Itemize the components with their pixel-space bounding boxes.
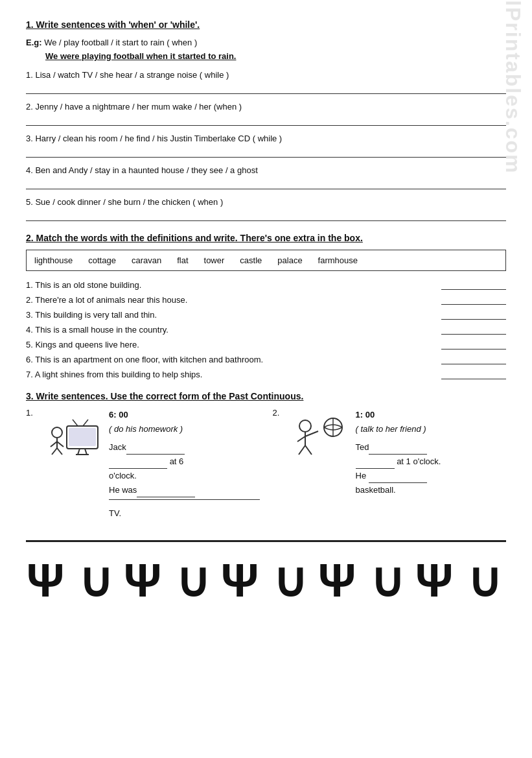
- footer-decoration: .cactus { font-size: 72px; font-weight: …: [26, 540, 506, 605]
- s3-content-2: 1: 00 ( talk to her friend ) Ted at 1 o'…: [356, 408, 507, 498]
- s3-time-1: 6: 00: [109, 408, 260, 422]
- s3-name-1: Jack: [109, 442, 126, 452]
- s2-item-7: 7. A light shines from this building to …: [26, 370, 506, 379]
- svg-line-3: [85, 449, 87, 455]
- s3-image-1: [44, 408, 102, 468]
- s1-item-4: 4. Ben and Andy / stay in a haunted hous…: [26, 165, 506, 189]
- s2-blank-7[interactable]: [441, 379, 506, 379]
- svg-point-7: [52, 427, 62, 438]
- svg-rect-1: [69, 428, 96, 446]
- svg-text:∪: ∪: [176, 554, 210, 603]
- word-castle: castle: [240, 255, 262, 265]
- s3-text-2b: at 1 o'clock.: [397, 456, 441, 466]
- example-block: E.g: We / play football / it start to ra…: [26, 36, 506, 64]
- svg-line-19: [299, 445, 305, 455]
- s1-answer-4[interactable]: [26, 178, 506, 189]
- s3-text-1b: at 6: [170, 456, 184, 466]
- s2-blank-3[interactable]: [441, 319, 506, 320]
- eg-answer: We were playing football when it started…: [45, 50, 506, 64]
- svg-line-17: [297, 436, 305, 442]
- section2-title: 2. Match the words with the definitions …: [26, 233, 506, 243]
- word-flat: flat: [177, 255, 188, 265]
- svg-line-12: [57, 448, 62, 455]
- s1-answer-5[interactable]: [26, 209, 506, 221]
- s3-activity-1: ( do his homework ): [109, 422, 260, 436]
- s2-item-7-text: 7. A light shines from this building to …: [26, 370, 428, 379]
- svg-text:∪: ∪: [78, 554, 113, 603]
- word-cottage: cottage: [88, 255, 116, 265]
- svg-text:∪: ∪: [370, 554, 404, 603]
- svg-line-6: [83, 420, 88, 426]
- s1-item-1-text: 1. Lisa / watch TV / she hear / a strang…: [26, 70, 229, 80]
- s2-item-5-text: 5. Kings and queens live here.: [26, 340, 428, 349]
- s1-item-2-text: 2. Jenny / have a nightmare / her mum wa…: [26, 102, 242, 112]
- s3-time-2: 1: 00: [356, 408, 507, 422]
- s3-text-2c: He: [356, 471, 369, 480]
- svg-line-2: [78, 449, 80, 455]
- s3-activity-2: ( talk to her friend ): [356, 422, 507, 436]
- s2-item-4: 4. This is a small house in the country.: [26, 325, 506, 335]
- svg-line-5: [73, 420, 78, 426]
- word-lighthouse: lighthouse: [34, 255, 73, 265]
- s2-item-3-text: 3. This building is very tall and thin.: [26, 310, 428, 320]
- s2-item-3: 3. This building is very tall and thin.: [26, 310, 506, 320]
- svg-line-10: [57, 442, 64, 447]
- s3-name-2: Ted: [356, 442, 369, 452]
- eg-label: E.g:: [26, 38, 42, 47]
- s2-blank-6[interactable]: [441, 364, 506, 364]
- s1-item-1: 1. Lisa / watch TV / she hear / a strang…: [26, 70, 506, 94]
- word-palace: palace: [277, 255, 302, 265]
- s2-item-6: 6. This is an apartment on one floor, wi…: [26, 355, 506, 364]
- s3-item-2: 2. 1: 00: [273, 408, 507, 521]
- svg-text:Ψ: Ψ: [27, 554, 64, 603]
- s2-item-2: 2. There're a lot of animals near this h…: [26, 295, 506, 305]
- cactus-row: .cactus { font-size: 72px; font-weight: …: [26, 545, 506, 603]
- s2-blank-4[interactable]: [441, 334, 506, 335]
- s1-item-2: 2. Jenny / have a nightmare / her mum wa…: [26, 102, 506, 126]
- s2-item-5: 5. Kings and queens live here.: [26, 340, 506, 349]
- svg-text:Ψ: Ψ: [318, 554, 356, 603]
- section3: 3. Write sentences. Use the correct form…: [26, 391, 506, 521]
- word-caravan: caravan: [132, 255, 161, 265]
- svg-text:Ψ: Ψ: [415, 554, 453, 603]
- s3-text-1d: He was: [109, 485, 137, 495]
- svg-text:Ψ: Ψ: [221, 554, 259, 603]
- s3-blank-1c[interactable]: [137, 497, 195, 497]
- eg-prompt: We / play football / it start to rain ( …: [44, 38, 197, 47]
- s3-content-1: 6: 00 ( do his homework ) Jack at 6 o'cl…: [109, 408, 260, 521]
- s1-item-3: 3. Harry / clean his room / he find / hi…: [26, 134, 506, 158]
- s1-answer-3[interactable]: [26, 146, 506, 158]
- word-farmhouse: farmhouse: [318, 255, 358, 265]
- s1-answer-1[interactable]: [26, 82, 506, 94]
- s2-blank-2[interactable]: [441, 304, 506, 305]
- s3-text-1e: TV.: [109, 506, 260, 521]
- s3-text-1c: o'clock.: [109, 469, 260, 483]
- word-tower: tower: [204, 255, 225, 265]
- word-box: lighthouse cottage caravan flat tower ca…: [26, 250, 506, 271]
- s3-num-1: 1.: [26, 408, 38, 418]
- svg-text:Ψ: Ψ: [124, 554, 161, 603]
- section1: 1. Write sentences with 'when' or 'while…: [26, 19, 506, 221]
- svg-text:∪: ∪: [273, 554, 307, 603]
- section3-title: 3. Write sentences. Use the correct form…: [26, 391, 506, 401]
- s3-image-2: [291, 408, 349, 468]
- s2-blank-5[interactable]: [441, 349, 506, 349]
- s2-item-4-text: 4. This is a small house in the country.: [26, 325, 428, 335]
- svg-line-9: [51, 442, 57, 447]
- svg-point-15: [299, 420, 311, 432]
- s3-text-2d: basketball.: [356, 483, 507, 497]
- s1-item-3-text: 3. Harry / clean his room / he find / hi…: [26, 134, 282, 143]
- s3-item-1: 1.: [26, 408, 260, 521]
- s2-item-2-text: 2. There're a lot of animals near this h…: [26, 295, 428, 305]
- s1-item-5: 5. Sue / cook dinner / she burn / the ch…: [26, 197, 506, 221]
- s3-num-2: 2.: [273, 408, 284, 418]
- s2-item-1-text: 1. This is an old stone building.: [26, 280, 428, 290]
- s2-item-6-text: 6. This is an apartment on one floor, wi…: [26, 355, 428, 364]
- svg-line-20: [305, 445, 312, 455]
- section3-grid: 1.: [26, 408, 506, 521]
- s2-blank-1[interactable]: [441, 289, 506, 290]
- section2: 2. Match the words with the definitions …: [26, 233, 506, 379]
- s2-item-1: 1. This is an old stone building.: [26, 280, 506, 290]
- s1-answer-2[interactable]: [26, 114, 506, 126]
- section1-title: 1. Write sentences with 'when' or 'while…: [26, 19, 506, 30]
